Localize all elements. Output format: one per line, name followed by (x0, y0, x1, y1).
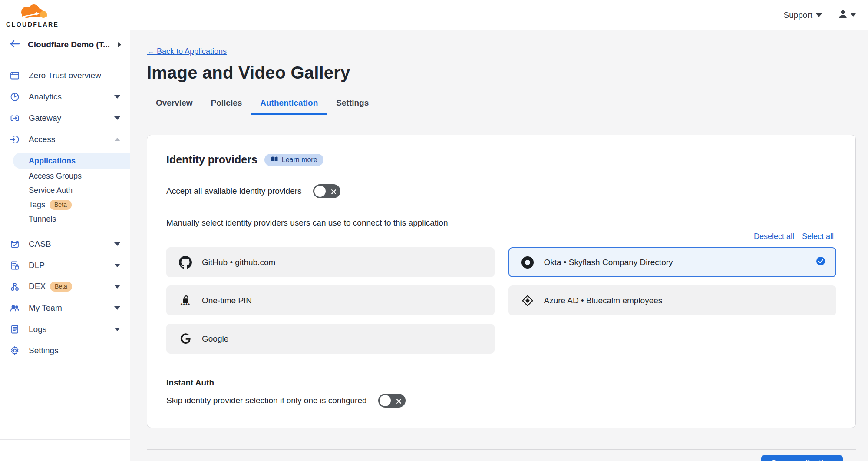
chevron-down-icon (851, 13, 856, 17)
user-icon (838, 9, 848, 21)
provider-name: Google (202, 334, 483, 344)
logs-icon (10, 324, 20, 335)
form-footer: Cancel Save application (147, 449, 856, 461)
provider-card-github[interactable]: GitHub • github.com (166, 247, 495, 277)
back-arrow-icon[interactable] (10, 40, 20, 50)
instant-auth-heading: Instant Auth (166, 378, 836, 388)
toggle-off-x-icon (396, 398, 402, 406)
sidebar-item-label: Logs (29, 325, 46, 334)
sidebar-item-label: My Team (29, 303, 62, 313)
gear-icon (10, 345, 20, 356)
sidebar-item-dlp[interactable]: DLP (0, 255, 130, 276)
tab-bar: Overview Policies Authentication Setting… (147, 94, 856, 115)
instant-auth-label: Skip identity provider selection if only… (166, 396, 367, 405)
provider-name: Okta • Skyflash Company Directory (544, 258, 807, 267)
tab-overview[interactable]: Overview (147, 94, 202, 115)
tab-authentication[interactable]: Authentication (251, 94, 327, 115)
sidebar-item-label: DLP (29, 261, 45, 270)
cloudflare-wordmark: CLOUDFLARE (6, 21, 59, 27)
sidebar-item-casb[interactable]: CASB (0, 233, 130, 255)
chevron-down-icon (816, 13, 822, 17)
deselect-all-link[interactable]: Deselect all (754, 232, 794, 241)
sidebar-item-label: Settings (29, 346, 59, 355)
provider-card-okta[interactable]: Okta • Skyflash Company Directory (508, 247, 837, 277)
sidebar-item-access-groups[interactable]: Access Groups (0, 169, 130, 183)
provider-card-one-time-pin[interactable]: **** One-time PIN (166, 285, 495, 315)
sidebar-item-label: Analytics (29, 92, 62, 102)
identity-providers-heading: Identity providers (166, 153, 257, 166)
casb-icon (10, 239, 20, 249)
sidebar-item-tags[interactable]: Tags Beta (0, 198, 130, 212)
sidebar-item-gateway[interactable]: Gateway (0, 107, 130, 129)
provider-name: One-time PIN (202, 296, 483, 305)
empty-grid-cell (508, 324, 837, 354)
provider-card-azure-ad[interactable]: Azure AD • Bluecalm employees (508, 285, 837, 315)
accept-all-toggle[interactable] (313, 184, 340, 198)
identity-providers-card: Identity providers Learn more Accept all… (147, 135, 856, 428)
sidebar-item-label: DEX (29, 282, 46, 291)
tab-policies[interactable]: Policies (202, 94, 251, 115)
page-title: Image and Video Gallery (147, 63, 856, 83)
cancel-button[interactable]: Cancel (724, 459, 750, 461)
one-time-pin-icon: **** (178, 295, 192, 307)
access-subnav: Applications Access Groups Service Auth … (0, 153, 130, 226)
selected-check-icon (816, 257, 825, 268)
sidebar-item-label: Applications (29, 156, 76, 166)
sidebar-item-logs[interactable]: Logs (0, 318, 130, 340)
sidebar-item-access[interactable]: Access (0, 129, 130, 150)
support-label: Support (783, 10, 812, 20)
back-to-applications-link[interactable]: ← Back to Applications (147, 47, 227, 56)
team-icon (10, 303, 20, 313)
save-application-button[interactable]: Save application (761, 455, 843, 461)
sidebar-item-analytics[interactable]: Analytics (0, 86, 130, 107)
chevron-down-icon (114, 306, 120, 310)
azure-ad-icon (521, 295, 535, 307)
toggle-knob (380, 395, 391, 406)
tab-settings[interactable]: Settings (327, 94, 378, 115)
sidebar-item-label: Gateway (29, 113, 61, 123)
instant-auth-toggle[interactable] (378, 394, 406, 408)
top-header: CLOUDFLARE Support (0, 0, 868, 30)
sidebar-item-settings[interactable]: Settings (0, 340, 130, 361)
beta-badge: Beta (50, 282, 72, 292)
sidebar-item-zero-trust-overview[interactable]: Zero Trust overview (0, 65, 130, 86)
sidebar-divider (0, 439, 130, 461)
chevron-down-icon (114, 285, 120, 289)
manual-select-label: Manually select identity providers users… (166, 218, 836, 228)
toggle-off-x-icon (331, 189, 337, 196)
gateway-icon (10, 113, 20, 123)
chevron-up-icon (114, 138, 120, 141)
provider-name: GitHub • github.com (202, 258, 483, 267)
select-all-link[interactable]: Select all (802, 232, 834, 241)
sidebar-item-label: CASB (29, 239, 51, 249)
provider-card-google[interactable]: Google (166, 324, 495, 354)
main-content: ← Back to Applications Image and Video G… (130, 30, 868, 461)
sidebar-item-dex[interactable]: DEX Beta (0, 276, 130, 297)
google-icon (178, 333, 192, 345)
dlp-icon (10, 260, 20, 271)
learn-more-badge[interactable]: Learn more (264, 154, 323, 166)
cloudflare-logo[interactable]: CLOUDFLARE (6, 3, 59, 27)
toggle-knob (314, 186, 326, 197)
sidebar-item-tunnels[interactable]: Tunnels (0, 212, 130, 226)
analytics-icon (10, 92, 20, 102)
sidebar-item-service-auth[interactable]: Service Auth (0, 183, 130, 198)
accept-all-label: Accept all available identity providers (166, 186, 302, 196)
github-icon (178, 256, 192, 269)
sidebar: Cloudflare Demo (T... Zero Trust overvie… (0, 30, 130, 461)
sidebar-item-label: Access Groups (29, 172, 82, 181)
user-menu[interactable] (838, 9, 856, 21)
support-menu[interactable]: Support (783, 10, 822, 20)
sidebar-item-my-team[interactable]: My Team (0, 297, 130, 318)
chevron-down-icon (114, 328, 120, 331)
chevron-down-icon (114, 95, 120, 99)
provider-grid: GitHub • github.com Okta • Skyflash Comp… (166, 247, 836, 354)
pin-mask-text: **** (181, 305, 191, 307)
chevron-right-icon[interactable] (118, 42, 121, 47)
book-icon (271, 156, 278, 164)
sidebar-item-applications[interactable]: Applications (13, 153, 130, 169)
team-name: Cloudflare Demo (T... (28, 40, 110, 50)
access-icon (10, 134, 20, 145)
sidebar-nav: Zero Trust overview Analytics (0, 59, 130, 361)
team-switcher[interactable]: Cloudflare Demo (T... (0, 30, 130, 59)
